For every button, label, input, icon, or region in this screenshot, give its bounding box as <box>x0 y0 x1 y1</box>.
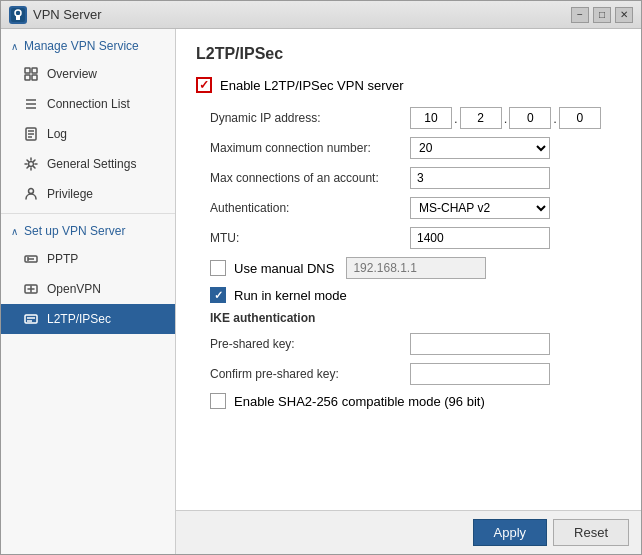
svg-rect-3 <box>25 68 30 73</box>
dns-ip-input[interactable] <box>346 257 486 279</box>
pptp-icon <box>23 251 39 267</box>
form-section: Dynamic IP address: . . . <box>196 107 621 249</box>
kernel-mode-label: Run in kernel mode <box>234 288 347 303</box>
max-per-account-label: Max connections of an account: <box>210 171 410 185</box>
l2tp-icon <box>23 311 39 327</box>
authentication-label: Authentication: <box>210 201 410 215</box>
mtu-label: MTU: <box>210 231 410 245</box>
maximize-button[interactable]: □ <box>593 7 611 23</box>
app-icon <box>9 6 27 24</box>
sidebar: ∧ Manage VPN Service Overview <box>1 29 176 554</box>
ip-octet4-input[interactable] <box>559 107 601 129</box>
ip-octet2-input[interactable] <box>460 107 502 129</box>
sidebar-item-overview-label: Overview <box>47 67 97 81</box>
ip-dot-2: . <box>504 111 508 126</box>
manual-dns-checkbox[interactable] <box>210 260 226 276</box>
confirm-pre-shared-key-input[interactable] <box>410 363 550 385</box>
sidebar-item-l2tp[interactable]: L2TP/IPSec <box>1 304 175 334</box>
pre-shared-key-label: Pre-shared key: <box>210 337 410 351</box>
svg-rect-2 <box>16 15 20 20</box>
pre-shared-key-row: Pre-shared key: <box>210 333 621 355</box>
main-content: L2TP/IPSec ✓ Enable L2TP/IPSec VPN serve… <box>176 29 641 510</box>
sidebar-item-general-settings[interactable]: General Settings <box>1 149 175 179</box>
sha2-row: Enable SHA2-256 compatible mode (96 bit) <box>196 393 621 409</box>
window-title: VPN Server <box>33 7 102 22</box>
max-per-account-row: Max connections of an account: <box>210 167 621 189</box>
sidebar-item-privilege-label: Privilege <box>47 187 93 201</box>
kernel-mode-row: ✓ Run in kernel mode <box>196 287 621 303</box>
max-connection-select[interactable]: 20 <box>410 137 550 159</box>
titlebar-controls: − □ ✕ <box>571 7 633 23</box>
svg-rect-5 <box>25 75 30 80</box>
svg-rect-20 <box>25 315 37 323</box>
dynamic-ip-row: Dynamic IP address: . . . <box>210 107 621 129</box>
max-per-account-input[interactable] <box>410 167 550 189</box>
sha2-label: Enable SHA2-256 compatible mode (96 bit) <box>234 394 485 409</box>
chevron-up-icon-2: ∧ <box>11 226 18 237</box>
pre-shared-key-input[interactable] <box>410 333 550 355</box>
enable-checkbox[interactable]: ✓ <box>196 77 212 93</box>
sidebar-divider <box>1 213 175 214</box>
check-icon: ✓ <box>199 79 209 91</box>
sidebar-item-pptp[interactable]: PPTP <box>1 244 175 274</box>
ip-octet3-input[interactable] <box>509 107 551 129</box>
sidebar-item-l2tp-label: L2TP/IPSec <box>47 312 111 326</box>
confirm-pre-shared-key-label: Confirm pre-shared key: <box>210 367 410 381</box>
svg-point-14 <box>29 162 34 167</box>
openvpn-icon <box>23 281 39 297</box>
manual-dns-row: Use manual DNS <box>196 257 621 279</box>
sidebar-item-overview[interactable]: Overview <box>1 59 175 89</box>
sidebar-item-log-label: Log <box>47 127 67 141</box>
chevron-up-icon: ∧ <box>11 41 18 52</box>
list-icon <box>23 96 39 112</box>
overview-icon <box>23 66 39 82</box>
svg-rect-6 <box>32 75 37 80</box>
sha2-checkbox[interactable] <box>210 393 226 409</box>
content-area: ∧ Manage VPN Service Overview <box>1 29 641 554</box>
settings-icon <box>23 156 39 172</box>
main-panel: L2TP/IPSec ✓ Enable L2TP/IPSec VPN serve… <box>176 29 641 554</box>
close-button[interactable]: ✕ <box>615 7 633 23</box>
mtu-input[interactable] <box>410 227 550 249</box>
apply-button[interactable]: Apply <box>473 519 548 546</box>
manual-dns-label: Use manual DNS <box>234 261 334 276</box>
sidebar-item-log[interactable]: Log <box>1 119 175 149</box>
kernel-check-icon: ✓ <box>214 290 223 301</box>
enable-row: ✓ Enable L2TP/IPSec VPN server <box>196 77 621 93</box>
page-title: L2TP/IPSec <box>196 45 621 63</box>
authentication-row: Authentication: MS-CHAP v2 <box>210 197 621 219</box>
kernel-mode-checkbox[interactable]: ✓ <box>210 287 226 303</box>
sidebar-section-manage[interactable]: ∧ Manage VPN Service <box>1 33 175 59</box>
sidebar-item-privilege[interactable]: Privilege <box>1 179 175 209</box>
enable-label: Enable L2TP/IPSec VPN server <box>220 78 404 93</box>
svg-point-15 <box>29 189 34 194</box>
sidebar-item-openvpn-label: OpenVPN <box>47 282 101 296</box>
footer-bar: Apply Reset <box>176 510 641 554</box>
authentication-select[interactable]: MS-CHAP v2 <box>410 197 550 219</box>
main-window: VPN Server − □ ✕ ∧ Manage VPN Service <box>0 0 642 555</box>
mtu-row: MTU: <box>210 227 621 249</box>
sidebar-section-setup[interactable]: ∧ Set up VPN Server <box>1 218 175 244</box>
svg-rect-4 <box>32 68 37 73</box>
sidebar-item-openvpn[interactable]: OpenVPN <box>1 274 175 304</box>
log-icon <box>23 126 39 142</box>
titlebar-left: VPN Server <box>9 6 102 24</box>
sidebar-item-connection-list[interactable]: Connection List <box>1 89 175 119</box>
ip-dot-3: . <box>553 111 557 126</box>
ip-dot-1: . <box>454 111 458 126</box>
sidebar-item-connection-list-label: Connection List <box>47 97 130 111</box>
dynamic-ip-label: Dynamic IP address: <box>210 111 410 125</box>
ip-octet1-input[interactable] <box>410 107 452 129</box>
sidebar-section-setup-label: Set up VPN Server <box>24 224 125 238</box>
user-icon <box>23 186 39 202</box>
sidebar-item-general-settings-label: General Settings <box>47 157 136 171</box>
confirm-pre-shared-key-row: Confirm pre-shared key: <box>210 363 621 385</box>
reset-button[interactable]: Reset <box>553 519 629 546</box>
minimize-button[interactable]: − <box>571 7 589 23</box>
ip-group: . . . <box>410 107 601 129</box>
ike-section-label: IKE authentication <box>210 311 621 325</box>
max-connection-label: Maximum connection number: <box>210 141 410 155</box>
sidebar-section-manage-label: Manage VPN Service <box>24 39 139 53</box>
max-connection-row: Maximum connection number: 20 <box>210 137 621 159</box>
titlebar: VPN Server − □ ✕ <box>1 1 641 29</box>
